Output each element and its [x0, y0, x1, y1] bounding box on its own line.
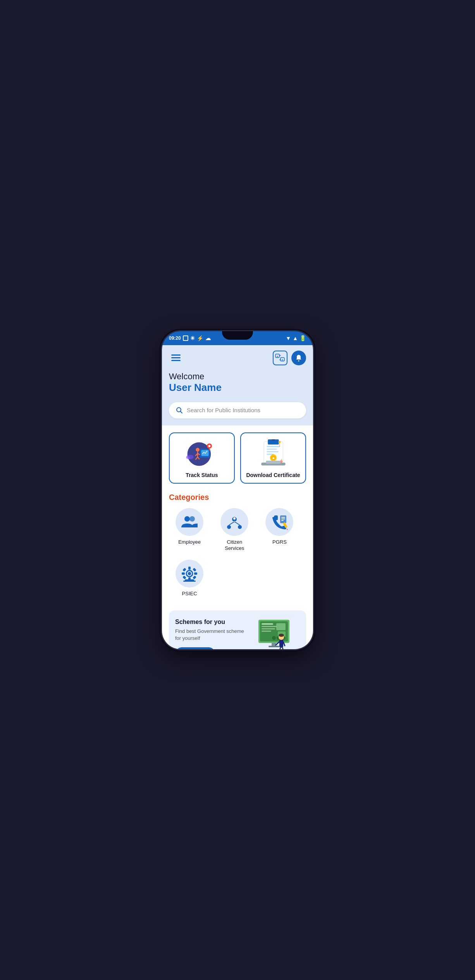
phone-content: A A Welcome User Name — [162, 345, 313, 649]
status-square — [183, 335, 188, 341]
svg-point-76 — [272, 636, 276, 640]
citizen-services-label: CitizenServices — [225, 539, 244, 552]
svg-rect-71 — [262, 631, 271, 632]
svg-marker-53 — [286, 529, 288, 530]
schemes-card: Schemes for you Find best Government sch… — [169, 610, 306, 649]
svg-rect-0 — [171, 354, 181, 356]
search-container: Search for Public Institutions — [162, 401, 313, 425]
employee-icon-circle — [176, 508, 203, 536]
svg-rect-34 — [272, 439, 275, 440]
categories-title: Categories — [169, 493, 306, 502]
psiec-icon-circle — [176, 560, 203, 588]
header-right-icons: A A — [273, 351, 306, 365]
svg-rect-25 — [267, 446, 280, 447]
status-asterisk: ✳ — [190, 335, 195, 341]
svg-rect-62 — [193, 568, 196, 572]
svg-rect-50 — [281, 519, 285, 519]
download-cert-illustration: ★ — [256, 438, 291, 469]
schemes-desc: Find best Government scheme for yourself — [175, 628, 250, 642]
search-box[interactable]: Search for Public Institutions — [169, 402, 306, 418]
svg-text:A: A — [282, 358, 284, 361]
svg-rect-65 — [185, 579, 194, 581]
svg-rect-69 — [262, 626, 277, 627]
battery-icon: 🔋 — [299, 335, 306, 341]
svg-rect-49 — [281, 517, 285, 518]
category-employee[interactable]: Employee — [169, 508, 210, 552]
svg-rect-68 — [262, 623, 273, 625]
track-status-illustration — [184, 438, 219, 469]
pgrs-icon-circle — [265, 508, 293, 536]
svg-line-46 — [234, 522, 240, 525]
svg-rect-2 — [171, 360, 181, 361]
categories-section: Categories Employee — [162, 487, 313, 605]
svg-rect-63 — [193, 576, 196, 579]
svg-point-43 — [227, 525, 231, 529]
svg-point-20 — [208, 445, 211, 447]
svg-rect-26 — [267, 448, 277, 449]
app-header: A A — [162, 345, 313, 369]
svg-point-40 — [184, 516, 190, 522]
svg-point-47 — [233, 517, 236, 520]
notification-button[interactable] — [291, 351, 306, 365]
time-display: 09:20 — [169, 335, 181, 341]
phone-frame: 09:20 ✳ ⚡ ☁ ▼ ▲ 🔋 — [162, 331, 313, 649]
svg-rect-27 — [267, 451, 278, 452]
svg-point-23 — [186, 456, 190, 459]
employee-label: Employee — [178, 539, 201, 546]
download-cert-label: Download Certificate — [246, 472, 300, 478]
svg-rect-61 — [182, 576, 186, 579]
svg-rect-1 — [171, 357, 181, 358]
welcome-section: Welcome User Name — [162, 369, 313, 401]
svg-point-55 — [188, 572, 191, 575]
track-status-card[interactable]: Track Status — [169, 432, 235, 484]
svg-rect-60 — [182, 568, 186, 572]
svg-point-44 — [238, 525, 242, 529]
schemes-section: Schemes for you Find best Government sch… — [162, 605, 313, 649]
svg-text:★: ★ — [272, 456, 275, 460]
svg-line-84 — [279, 648, 281, 649]
track-status-label: Track Status — [186, 472, 218, 478]
status-time: 09:20 ✳ ⚡ ☁ — [169, 335, 211, 341]
notch — [222, 331, 253, 340]
citizen-services-icon-circle — [220, 508, 248, 536]
svg-point-41 — [189, 516, 195, 522]
svg-point-13 — [196, 448, 199, 451]
search-placeholder-text: Search for Public Institutions — [187, 407, 260, 413]
translate-button[interactable]: A A — [273, 351, 287, 365]
svg-rect-58 — [182, 572, 185, 575]
wifi-icon: ▼ — [286, 335, 291, 341]
svg-rect-79 — [279, 639, 283, 648]
pgrs-label: PGRS — [272, 539, 287, 546]
view-now-button[interactable]: View now — [175, 647, 215, 649]
svg-line-85 — [282, 648, 284, 649]
status-bar: 09:20 ✳ ⚡ ☁ ▼ ▲ 🔋 — [162, 331, 313, 345]
signal-icon: ▲ — [293, 335, 298, 341]
svg-rect-51 — [281, 520, 284, 521]
svg-point-81 — [279, 634, 284, 637]
menu-button[interactable] — [169, 351, 183, 365]
svg-rect-78 — [268, 646, 279, 647]
category-psiec[interactable]: PSIEC — [169, 560, 210, 597]
download-cert-card[interactable]: ★ Download Certi — [240, 432, 306, 484]
svg-rect-39 — [266, 460, 281, 463]
svg-point-35 — [279, 441, 281, 443]
svg-rect-70 — [262, 628, 275, 629]
category-pgrs[interactable]: PGRS — [259, 508, 300, 552]
schemes-text: Schemes for you Find best Government sch… — [175, 619, 250, 649]
svg-point-7 — [298, 360, 299, 361]
categories-grid: Employee — [169, 508, 306, 601]
svg-rect-59 — [194, 572, 197, 575]
svg-line-45 — [229, 522, 234, 525]
svg-line-9 — [181, 411, 182, 413]
search-icon — [176, 407, 183, 414]
status-bolt: ⚡ — [197, 335, 203, 341]
category-citizen-services[interactable]: CitizenServices — [214, 508, 255, 552]
status-cloud: ☁ — [205, 335, 211, 341]
quick-cards-section: Track Status ★ — [162, 425, 313, 487]
user-name-text: User Name — [169, 382, 306, 394]
svg-rect-72 — [276, 623, 286, 630]
greeting-text: Welcome — [169, 372, 306, 382]
status-icons-right: ▼ ▲ 🔋 — [286, 335, 306, 341]
svg-text:A: A — [277, 355, 279, 357]
schemes-title: Schemes for you — [175, 619, 250, 626]
